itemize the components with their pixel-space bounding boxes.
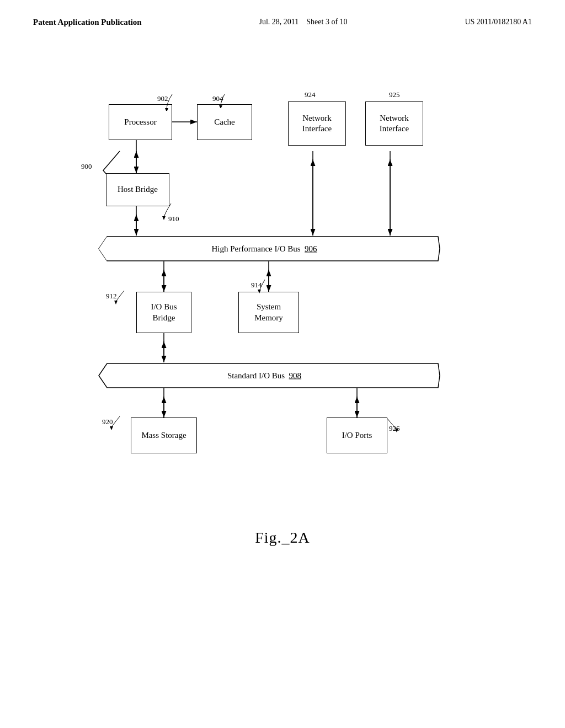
arrow-914	[257, 280, 273, 293]
page-header: Patent Application Publication Jul. 28, …	[0, 0, 565, 27]
host-bridge-box: Host Bridge	[106, 173, 169, 206]
label-924: 924	[305, 90, 316, 99]
arrow-902	[164, 94, 180, 111]
label-900: 900	[81, 162, 92, 171]
arrow-912	[113, 291, 130, 304]
arrow-926	[385, 419, 401, 432]
svg-marker-23	[162, 216, 166, 220]
standard-io-bus-label: Standard I/O Bus 908	[227, 371, 301, 381]
svg-marker-29	[110, 426, 113, 430]
svg-marker-21	[165, 108, 168, 111]
arrow-920	[109, 416, 125, 430]
io-bus-bridge-box: I/O Bus Bridge	[136, 292, 191, 333]
publication-date: Jul. 28, 2011	[259, 18, 299, 26]
patent-number: US 2011/0182180 A1	[465, 18, 532, 26]
io-ports-box: I/O Ports	[327, 417, 387, 453]
high-perf-bus-label: High Performance I/O Bus 906	[211, 244, 317, 254]
high-perf-bus-container: High Performance I/O Bus 906	[88, 235, 441, 262]
sheet-info: Sheet 3 of 10	[306, 18, 347, 26]
network-interface-1-box: Network Interface	[288, 101, 346, 146]
standard-io-bus-container: Standard I/O Bus 908	[88, 362, 441, 389]
diagram-area: 900 Processor 902 Cache 904 Network Inte…	[76, 60, 489, 512]
date-sheet: Jul. 28, 2011 Sheet 3 of 10	[259, 18, 347, 26]
publication-title: Patent Application Publication	[33, 18, 142, 27]
arrow-910	[161, 204, 178, 220]
network-interface-2-box: Network Interface	[365, 101, 423, 146]
figure-caption: Fig._2A	[0, 529, 565, 547]
mass-storage-box: Mass Storage	[131, 417, 197, 453]
cache-box: Cache	[197, 104, 252, 140]
svg-marker-25	[99, 237, 107, 261]
label-925: 925	[389, 90, 400, 99]
system-memory-box: System Memory	[238, 292, 299, 333]
svg-marker-22	[219, 105, 222, 108]
svg-marker-27	[258, 290, 261, 293]
svg-marker-26	[114, 301, 118, 304]
arrow-904	[218, 94, 232, 108]
svg-marker-30	[395, 429, 398, 432]
processor-box: Processor	[109, 104, 172, 140]
